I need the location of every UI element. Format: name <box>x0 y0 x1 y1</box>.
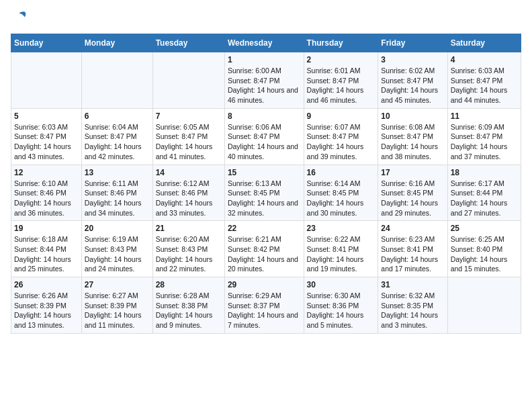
calendar-cell <box>11 52 82 109</box>
sunset-text: Sunset: 8:45 PM <box>307 189 359 197</box>
calendar-cell: 17 Sunrise: 6:16 AM Sunset: 8:45 PM Dayl… <box>378 165 447 221</box>
sunset-text: Sunset: 8:41 PM <box>307 245 359 253</box>
sunrise-text: Sunrise: 6:29 AM <box>228 291 281 300</box>
sunset-text: Sunset: 8:43 PM <box>156 245 208 253</box>
daylight-text: Daylight: 14 hours and 38 minutes. <box>381 142 438 161</box>
daylight-text: Daylight: 14 hours and 5 minutes. <box>307 311 364 329</box>
calendar-cell: 29 Sunrise: 6:29 AM Sunset: 8:37 PM Dayl… <box>224 277 304 334</box>
header-cell-monday: Monday <box>81 34 152 52</box>
day-number: 25 <box>451 224 518 233</box>
daylight-text: Daylight: 14 hours and 32 minutes. <box>228 199 298 217</box>
daylight-text: Daylight: 14 hours and 34 minutes. <box>85 199 142 217</box>
cell-content: Sunrise: 6:09 AM Sunset: 8:47 PM Dayligh… <box>451 122 518 162</box>
sunrise-text: Sunrise: 6:26 AM <box>14 291 68 300</box>
day-number: 23 <box>307 224 375 233</box>
sunset-text: Sunset: 8:35 PM <box>381 302 433 310</box>
daylight-text: Daylight: 14 hours and 29 minutes. <box>381 199 438 217</box>
cell-content: Sunrise: 6:30 AM Sunset: 8:36 PM Dayligh… <box>307 291 375 330</box>
day-number: 17 <box>381 168 444 177</box>
cell-content: Sunrise: 6:27 AM Sunset: 8:39 PM Dayligh… <box>85 291 150 330</box>
cell-content: Sunrise: 6:17 AM Sunset: 8:44 PM Dayligh… <box>451 179 518 218</box>
sunset-text: Sunset: 8:47 PM <box>381 132 433 140</box>
sunrise-text: Sunrise: 6:23 AM <box>381 235 435 243</box>
calendar-cell: 12 Sunrise: 6:10 AM Sunset: 8:46 PM Dayl… <box>11 165 82 221</box>
cell-content: Sunrise: 6:11 AM Sunset: 8:46 PM Dayligh… <box>85 179 150 218</box>
sunset-text: Sunset: 8:44 PM <box>14 245 66 253</box>
cell-content: Sunrise: 6:25 AM Sunset: 8:40 PM Dayligh… <box>451 234 518 274</box>
daylight-text: Daylight: 14 hours and 36 minutes. <box>14 199 71 217</box>
calendar-cell: 7 Sunrise: 6:05 AM Sunset: 8:47 PM Dayli… <box>152 108 224 165</box>
calendar-cell: 21 Sunrise: 6:20 AM Sunset: 8:43 PM Dayl… <box>152 221 224 277</box>
week-row-5: 26 Sunrise: 6:26 AM Sunset: 8:39 PM Dayl… <box>11 277 521 334</box>
sunset-text: Sunset: 8:37 PM <box>228 302 280 310</box>
daylight-text: Daylight: 14 hours and 46 minutes. <box>307 86 364 104</box>
cell-content: Sunrise: 6:21 AM Sunset: 8:42 PM Dayligh… <box>228 234 301 274</box>
calendar-cell: 18 Sunrise: 6:17 AM Sunset: 8:44 PM Dayl… <box>447 165 521 221</box>
cell-content: Sunrise: 6:10 AM Sunset: 8:46 PM Dayligh… <box>14 179 79 218</box>
cell-content: Sunrise: 6:26 AM Sunset: 8:39 PM Dayligh… <box>14 291 79 330</box>
day-number: 14 <box>156 168 222 177</box>
daylight-text: Daylight: 14 hours and 41 minutes. <box>156 142 213 161</box>
sunrise-text: Sunrise: 6:07 AM <box>307 123 361 131</box>
day-number: 27 <box>85 280 150 289</box>
sunrise-text: Sunrise: 6:03 AM <box>451 66 504 75</box>
calendar-table: SundayMondayTuesdayWednesdayThursdayFrid… <box>11 34 521 334</box>
daylight-text: Daylight: 14 hours and 37 minutes. <box>451 142 508 161</box>
day-number: 4 <box>451 55 518 64</box>
day-number: 28 <box>156 280 222 289</box>
day-number: 10 <box>381 111 444 121</box>
calendar-cell: 15 Sunrise: 6:13 AM Sunset: 8:45 PM Dayl… <box>224 165 304 221</box>
cell-content: Sunrise: 6:06 AM Sunset: 8:47 PM Dayligh… <box>228 122 301 162</box>
daylight-text: Daylight: 14 hours and 27 minutes. <box>451 199 508 217</box>
calendar-cell: 1 Sunrise: 6:00 AM Sunset: 8:47 PM Dayli… <box>224 52 304 109</box>
calendar-cell: 24 Sunrise: 6:23 AM Sunset: 8:41 PM Dayl… <box>378 221 447 277</box>
cell-content: Sunrise: 6:13 AM Sunset: 8:45 PM Dayligh… <box>228 179 301 218</box>
calendar-cell: 28 Sunrise: 6:28 AM Sunset: 8:38 PM Dayl… <box>152 277 224 334</box>
sunrise-text: Sunrise: 6:19 AM <box>85 235 138 243</box>
calendar-cell: 14 Sunrise: 6:12 AM Sunset: 8:46 PM Dayl… <box>152 165 224 221</box>
cell-content: Sunrise: 6:07 AM Sunset: 8:47 PM Dayligh… <box>307 122 375 162</box>
cell-content: Sunrise: 6:08 AM Sunset: 8:47 PM Dayligh… <box>381 122 444 162</box>
cell-content: Sunrise: 6:02 AM Sunset: 8:47 PM Dayligh… <box>381 66 444 105</box>
cell-content: Sunrise: 6:03 AM Sunset: 8:47 PM Dayligh… <box>451 66 518 105</box>
sunrise-text: Sunrise: 6:32 AM <box>381 291 435 300</box>
sunset-text: Sunset: 8:46 PM <box>14 189 66 197</box>
calendar-cell: 23 Sunrise: 6:22 AM Sunset: 8:41 PM Dayl… <box>304 221 378 277</box>
sunrise-text: Sunrise: 6:02 AM <box>381 66 435 75</box>
day-number: 24 <box>381 224 444 233</box>
sunset-text: Sunset: 8:47 PM <box>156 132 208 140</box>
daylight-text: Daylight: 14 hours and 45 minutes. <box>381 86 438 104</box>
header-cell-tuesday: Tuesday <box>152 34 224 52</box>
calendar-cell: 22 Sunrise: 6:21 AM Sunset: 8:42 PM Dayl… <box>224 221 304 277</box>
header-row: SundayMondayTuesdayWednesdayThursdayFrid… <box>11 34 521 52</box>
calendar-cell <box>447 277 521 334</box>
daylight-text: Daylight: 14 hours and 3 minutes. <box>381 311 438 329</box>
calendar-cell <box>152 52 224 109</box>
sunset-text: Sunset: 8:47 PM <box>228 132 280 140</box>
sunset-text: Sunset: 8:45 PM <box>228 189 280 197</box>
daylight-text: Daylight: 14 hours and 40 minutes. <box>228 142 298 161</box>
daylight-text: Daylight: 14 hours and 20 minutes. <box>228 255 298 273</box>
day-number: 12 <box>14 168 79 177</box>
sunset-text: Sunset: 8:40 PM <box>451 245 503 253</box>
daylight-text: Daylight: 14 hours and 42 minutes. <box>85 142 142 161</box>
sunset-text: Sunset: 8:47 PM <box>307 132 359 140</box>
day-number: 16 <box>307 168 375 177</box>
day-number: 6 <box>85 111 150 121</box>
sunset-text: Sunset: 8:47 PM <box>451 132 503 140</box>
calendar-cell: 5 Sunrise: 6:03 AM Sunset: 8:47 PM Dayli… <box>11 108 82 165</box>
day-number: 26 <box>14 280 79 289</box>
sunrise-text: Sunrise: 6:03 AM <box>14 123 68 131</box>
calendar-cell: 19 Sunrise: 6:18 AM Sunset: 8:44 PM Dayl… <box>11 221 82 277</box>
sunrise-text: Sunrise: 6:16 AM <box>381 179 435 187</box>
sunrise-text: Sunrise: 6:11 AM <box>85 179 138 187</box>
sunrise-text: Sunrise: 6:25 AM <box>451 235 504 243</box>
sunrise-text: Sunrise: 6:17 AM <box>451 179 504 187</box>
day-number: 7 <box>156 111 222 121</box>
day-number: 22 <box>228 224 301 233</box>
day-number: 2 <box>307 55 375 64</box>
daylight-text: Daylight: 14 hours and 15 minutes. <box>451 255 508 273</box>
cell-content: Sunrise: 6:03 AM Sunset: 8:47 PM Dayligh… <box>14 122 79 162</box>
day-number: 29 <box>228 280 301 289</box>
daylight-text: Daylight: 14 hours and 11 minutes. <box>85 311 142 329</box>
